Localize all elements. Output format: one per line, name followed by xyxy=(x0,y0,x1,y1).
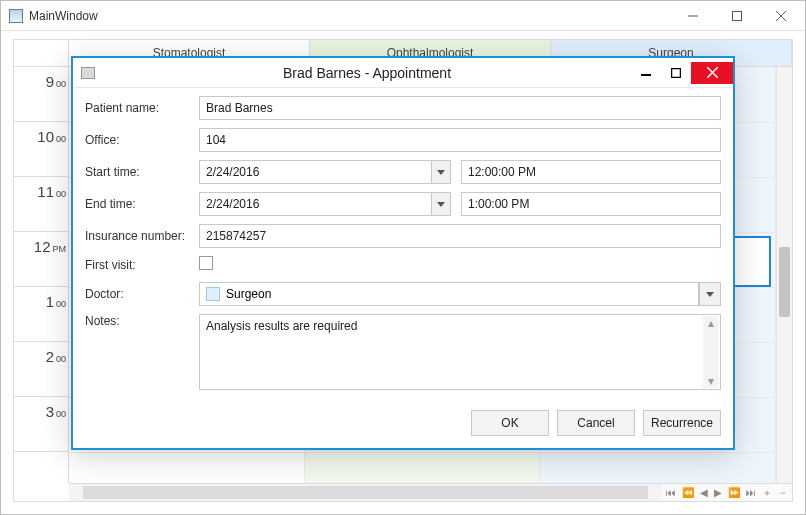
end-time-input[interactable] xyxy=(461,192,721,216)
notes-input[interactable]: Analysis results are required ▴ ▾ xyxy=(199,314,721,390)
end-label: End time: xyxy=(85,197,199,211)
start-date-dropdown[interactable] xyxy=(431,160,451,184)
svg-rect-5 xyxy=(672,68,681,77)
dialog-titlebar[interactable]: Brad Barnes - Appointment xyxy=(73,58,733,88)
window-title: MainWindow xyxy=(29,9,98,23)
main-window: MainWindow Stomatologist Ophthalmologist… xyxy=(0,0,806,515)
first-visit-label: First visit: xyxy=(85,258,199,272)
appointment-dialog: Brad Barnes - Appointment Patient name: … xyxy=(71,56,735,450)
nav-first-icon[interactable]: ⏮ xyxy=(666,487,676,498)
scroll-up-icon[interactable]: ▴ xyxy=(703,316,719,330)
insurance-label: Insurance number: xyxy=(85,229,199,243)
scrollbar-thumb[interactable] xyxy=(83,486,648,499)
recurrence-button[interactable]: Recurrence xyxy=(643,410,721,436)
dialog-icon xyxy=(81,67,95,79)
first-visit-checkbox[interactable] xyxy=(199,256,213,270)
scrollbar-thumb[interactable] xyxy=(779,247,790,317)
scheduler-footer: ⏮ ⏪ ◀ ▶ ⏩ ⏭ ＋ － xyxy=(69,483,792,501)
nav-prev-page-icon[interactable]: ⏪ xyxy=(682,487,694,498)
patient-input[interactable] xyxy=(199,96,721,120)
maximize-button[interactable] xyxy=(715,2,759,30)
end-date-dropdown[interactable] xyxy=(431,192,451,216)
horizontal-scrollbar[interactable] xyxy=(69,484,662,501)
doctor-select[interactable]: Surgeon xyxy=(199,282,699,306)
dialog-body: Patient name: Office: Start time: En xyxy=(85,96,721,436)
notes-scrollbar[interactable]: ▴ ▾ xyxy=(703,316,719,388)
notes-label: Notes: xyxy=(85,314,199,328)
app-icon xyxy=(9,9,23,23)
zoom-out-icon[interactable]: － xyxy=(778,486,788,500)
nav-next-icon[interactable]: ▶ xyxy=(714,487,722,498)
start-time-input[interactable] xyxy=(461,160,721,184)
close-button[interactable] xyxy=(759,2,803,30)
dialog-button-row: OK Cancel Recurrence xyxy=(471,410,721,436)
scroll-down-icon[interactable]: ▾ xyxy=(703,374,719,388)
start-date-input[interactable] xyxy=(199,160,431,184)
nav-last-icon[interactable]: ⏭ xyxy=(746,487,756,498)
doctor-label: Doctor: xyxy=(85,287,199,301)
doctor-value: Surgeon xyxy=(226,287,271,301)
time-ruler: 900 1000 1100 12PM 100 200 300 xyxy=(14,67,69,483)
date-navigator: ⏮ ⏪ ◀ ▶ ⏩ ⏭ ＋ － xyxy=(662,486,792,500)
nav-prev-icon[interactable]: ◀ xyxy=(700,487,708,498)
dialog-title: Brad Barnes - Appointment xyxy=(103,65,631,81)
office-label: Office: xyxy=(85,133,199,147)
doctor-color-swatch xyxy=(206,287,220,301)
zoom-in-icon[interactable]: ＋ xyxy=(762,486,772,500)
office-input[interactable] xyxy=(199,128,721,152)
end-date-input[interactable] xyxy=(199,192,431,216)
ok-button[interactable]: OK xyxy=(471,410,549,436)
start-label: Start time: xyxy=(85,165,199,179)
nav-next-page-icon[interactable]: ⏩ xyxy=(728,487,740,498)
svg-rect-1 xyxy=(733,11,742,20)
doctor-dropdown[interactable] xyxy=(699,282,721,306)
insurance-input[interactable] xyxy=(199,224,721,248)
patient-label: Patient name: xyxy=(85,101,199,115)
vertical-scrollbar[interactable] xyxy=(776,67,792,483)
main-titlebar: MainWindow xyxy=(1,1,805,31)
dialog-maximize-button[interactable] xyxy=(661,62,691,84)
minimize-button[interactable] xyxy=(671,2,715,30)
cancel-button[interactable]: Cancel xyxy=(557,410,635,436)
dialog-minimize-button[interactable] xyxy=(631,62,661,84)
header-corner xyxy=(14,40,69,66)
dialog-close-button[interactable] xyxy=(691,62,733,84)
